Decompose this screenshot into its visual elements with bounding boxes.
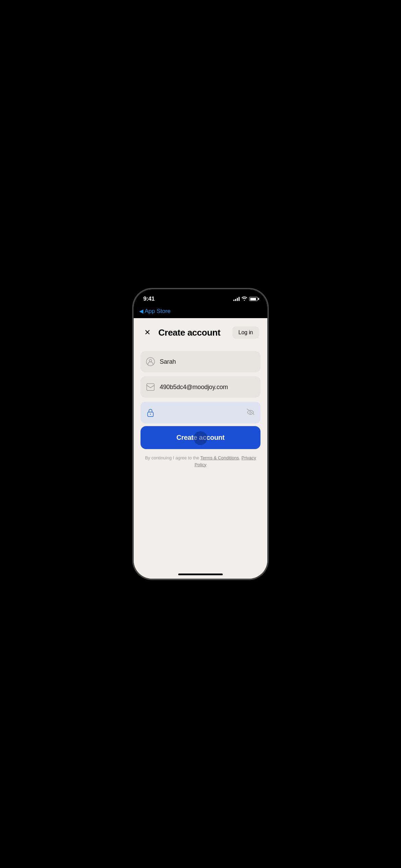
page-header: ✕ Create account Log in <box>134 318 267 344</box>
close-icon: ✕ <box>144 328 150 337</box>
email-icon <box>146 383 155 391</box>
svg-rect-2 <box>147 384 154 390</box>
wifi-icon <box>242 296 247 302</box>
back-label: App Store <box>145 308 171 315</box>
svg-point-1 <box>149 360 152 362</box>
signal-icon <box>233 297 240 301</box>
name-field-container <box>141 351 260 372</box>
email-input[interactable] <box>160 384 255 391</box>
content-area: ✕ Create account Log in <box>134 318 267 579</box>
login-button[interactable]: Log in <box>232 326 259 339</box>
password-field-container <box>141 402 260 423</box>
nav-bar: ◀ App Store <box>134 306 267 318</box>
back-button[interactable]: ◀ App Store <box>139 308 171 315</box>
user-icon <box>146 357 155 366</box>
button-ripple <box>194 431 207 445</box>
lock-icon <box>146 408 155 417</box>
signal-bar-4 <box>239 297 240 301</box>
home-indicator <box>178 574 223 575</box>
email-field-container <box>141 376 260 398</box>
battery-icon <box>249 297 258 301</box>
status-time: 9:41 <box>143 296 155 302</box>
signal-bar-1 <box>233 300 234 301</box>
password-input[interactable] <box>160 409 241 416</box>
signal-bar-2 <box>235 299 236 301</box>
close-button[interactable]: ✕ <box>142 327 153 338</box>
signal-bar-3 <box>237 298 238 301</box>
create-button-wrapper: Create account <box>134 423 267 449</box>
eye-slash-icon[interactable] <box>246 408 255 417</box>
form-area <box>134 344 267 423</box>
terms-link[interactable]: Terms & Conditions <box>200 455 239 460</box>
name-input[interactable] <box>160 358 255 365</box>
create-account-button[interactable]: Create account <box>141 426 260 449</box>
battery-fill <box>250 298 256 300</box>
header-left: ✕ Create account <box>142 327 220 338</box>
status-icons <box>233 296 258 302</box>
back-chevron-icon: ◀ <box>139 308 143 314</box>
status-bar: 9:41 <box>134 289 267 306</box>
svg-point-4 <box>150 413 151 414</box>
legal-text: By continuing I agree to the Terms & Con… <box>134 449 267 473</box>
phone-frame: 9:41 ◀ App Store <box>134 289 267 579</box>
page-title: Create account <box>158 327 220 338</box>
